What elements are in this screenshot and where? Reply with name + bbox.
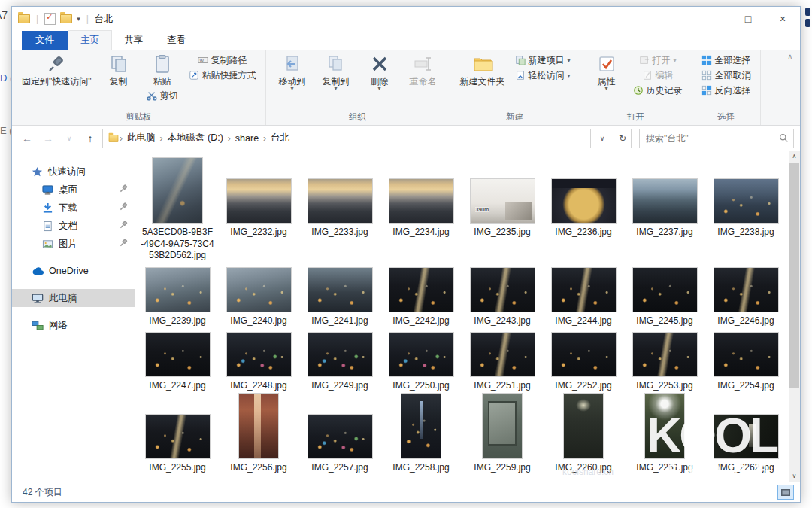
qat-dropdown-icon[interactable]: ▾: [77, 15, 80, 23]
file-item[interactable]: IMG_2241.jpg: [299, 262, 380, 327]
ribbon-button-复制到[interactable]: 复制到▾: [317, 53, 356, 92]
file-thumbnail[interactable]: [227, 268, 291, 312]
file-thumbnail[interactable]: [308, 415, 372, 458]
breadcrumb-segment[interactable]: 此电脑: [123, 132, 160, 144]
file-thumbnail[interactable]: [552, 179, 616, 223]
file-thumbnail[interactable]: [552, 268, 616, 312]
file-list-area[interactable]: 5A3ECD0B-9B3F-49C4-9A75-73C453B2D562.jpg…: [135, 151, 789, 482]
file-thumbnail[interactable]: 390m: [471, 179, 535, 223]
file-item[interactable]: IMG_2239.jpg: [137, 262, 218, 327]
file-item[interactable]: IMG_2238.jpg: [705, 157, 786, 262]
ribbon-button-粘贴快捷方式[interactable]: 粘贴快捷方式: [186, 68, 259, 83]
thumbnail-view-button[interactable]: [777, 485, 794, 500]
file-thumbnail[interactable]: [146, 415, 210, 458]
ribbon-button-剪切[interactable]: 剪切: [144, 88, 180, 103]
file-thumbnail[interactable]: [471, 333, 535, 376]
address-bar[interactable]: ›此电脑›本地磁盘 (D:)›share›台北: [102, 129, 591, 148]
file-item[interactable]: IMG_2233.jpg: [299, 157, 380, 262]
file-item[interactable]: IMG_2236.jpg: [543, 157, 624, 262]
file-thumbnail[interactable]: [239, 394, 278, 458]
up-button[interactable]: ↑: [81, 132, 99, 144]
ribbon-button-反向选择[interactable]: 反向选择: [699, 83, 753, 98]
ribbon-button-复制[interactable]: 复制: [99, 53, 138, 88]
file-item[interactable]: IMG_2251.jpg: [462, 327, 543, 392]
file-item[interactable]: IMG_2253.jpg: [624, 327, 705, 392]
properties-qat-icon[interactable]: [44, 13, 56, 25]
ribbon-button-编辑[interactable]: 编辑: [640, 68, 676, 83]
sidebar-item-图片[interactable]: 图片: [12, 235, 135, 253]
file-item[interactable]: IMG_2254.jpg: [705, 327, 786, 392]
file-thumbnail[interactable]: [401, 394, 441, 458]
file-item[interactable]: IMG_2258.jpg: [380, 392, 462, 474]
file-thumbnail[interactable]: [633, 179, 697, 223]
file-item[interactable]: IMG_2245.jpg: [624, 262, 705, 327]
address-dropdown-icon[interactable]: ∨: [594, 129, 611, 148]
sidebar-item-网络[interactable]: 网络: [12, 316, 135, 334]
ribbon-button-属性[interactable]: 属性▾: [587, 53, 626, 92]
file-item[interactable]: IMG_2255.jpg: [137, 392, 218, 474]
file-item[interactable]: IMG_2234.jpg: [380, 157, 462, 262]
file-thumbnail[interactable]: [645, 394, 684, 458]
file-item[interactable]: IMG_2248.jpg: [218, 327, 299, 392]
vertical-scrollbar[interactable]: ∧ ∨: [789, 151, 800, 482]
file-thumbnail[interactable]: [389, 333, 453, 376]
sidebar-item-桌面[interactable]: 桌面: [12, 181, 135, 199]
file-item[interactable]: IMG_2232.jpg: [218, 157, 299, 262]
tab-共享[interactable]: 共享: [112, 31, 155, 50]
ribbon-button-复制路径[interactable]: W复制路径: [195, 53, 250, 68]
file-item[interactable]: IMG_2247.jpg: [137, 327, 218, 392]
file-thumbnail[interactable]: [714, 179, 778, 223]
close-button[interactable]: ×: [765, 7, 800, 31]
file-item[interactable]: IMG_2242.jpg: [380, 262, 462, 327]
ribbon-button-移动到[interactable]: 移动到▾: [273, 53, 312, 92]
ribbon-button-删除[interactable]: 删除▾: [360, 53, 399, 92]
file-thumbnail[interactable]: [714, 333, 778, 376]
collapse-ribbon-icon[interactable]: ∧: [787, 53, 792, 60]
ribbon-button-历史记录[interactable]: 历史记录: [631, 83, 685, 98]
search-box[interactable]: [639, 129, 794, 148]
ribbon-button-粘贴[interactable]: 粘贴: [143, 53, 182, 88]
ribbon-button-新建文件夹[interactable]: 新建文件夹: [457, 53, 508, 88]
file-item[interactable]: IMG_2246.jpg: [705, 262, 786, 327]
file-item[interactable]: IMG_2250.jpg: [380, 327, 462, 392]
file-item[interactable]: IMG_2257.jpg: [299, 392, 380, 474]
ribbon-button-全部取消[interactable]: 全部取消: [699, 68, 753, 83]
back-button[interactable]: ←: [18, 132, 36, 144]
file-item[interactable]: IMG_2243.jpg: [462, 262, 543, 327]
file-item[interactable]: IMG_2259.jpg: [462, 392, 543, 474]
file-thumbnail[interactable]: [633, 333, 697, 376]
file-item[interactable]: IMG_2260.jpg: [543, 392, 624, 474]
file-thumbnail[interactable]: [552, 333, 616, 376]
file-item[interactable]: IMG_2256.jpg: [218, 392, 299, 474]
file-item[interactable]: IMG_2249.jpg: [299, 327, 380, 392]
details-view-button[interactable]: [760, 485, 775, 498]
file-thumbnail[interactable]: [308, 333, 372, 376]
tab-主页[interactable]: 主页: [68, 30, 112, 50]
tab-文件[interactable]: 文件: [22, 31, 68, 50]
file-thumbnail[interactable]: [146, 333, 210, 376]
breadcrumb-segment[interactable]: 本地磁盘 (D:): [163, 132, 228, 144]
ribbon-button-重命名[interactable]: 重命名: [404, 53, 443, 88]
file-thumbnail[interactable]: [483, 394, 522, 458]
sidebar-item-OneDrive[interactable]: OneDrive: [12, 262, 135, 280]
file-thumbnail[interactable]: [389, 268, 453, 312]
file-item[interactable]: IMG_2237.jpg: [624, 157, 705, 262]
file-item[interactable]: IMG_2262.jpg: [705, 392, 786, 474]
maximize-button[interactable]: □: [731, 7, 765, 31]
sidebar-item-此电脑[interactable]: 此电脑: [12, 289, 135, 307]
ribbon-button-轻松访问[interactable]: 轻松访问▾: [513, 68, 573, 83]
file-thumbnail[interactable]: [227, 333, 291, 376]
file-item[interactable]: IMG_2261.jpg: [624, 392, 705, 474]
file-thumbnail[interactable]: [308, 268, 372, 312]
scroll-down-icon[interactable]: ∨: [789, 470, 800, 482]
refresh-icon[interactable]: ↻: [614, 129, 632, 148]
ribbon-button-固定到快速访问[interactable]: 固定到"快速访问": [19, 53, 95, 88]
new-folder-qat-icon[interactable]: [60, 14, 72, 23]
file-thumbnail[interactable]: [146, 268, 210, 312]
file-item[interactable]: IMG_2244.jpg: [543, 262, 624, 327]
breadcrumb-segment[interactable]: share: [231, 133, 263, 144]
file-thumbnail[interactable]: [227, 179, 291, 223]
scrollbar-thumb[interactable]: [789, 163, 799, 388]
file-thumbnail[interactable]: [714, 415, 778, 458]
file-thumbnail[interactable]: [153, 158, 202, 223]
